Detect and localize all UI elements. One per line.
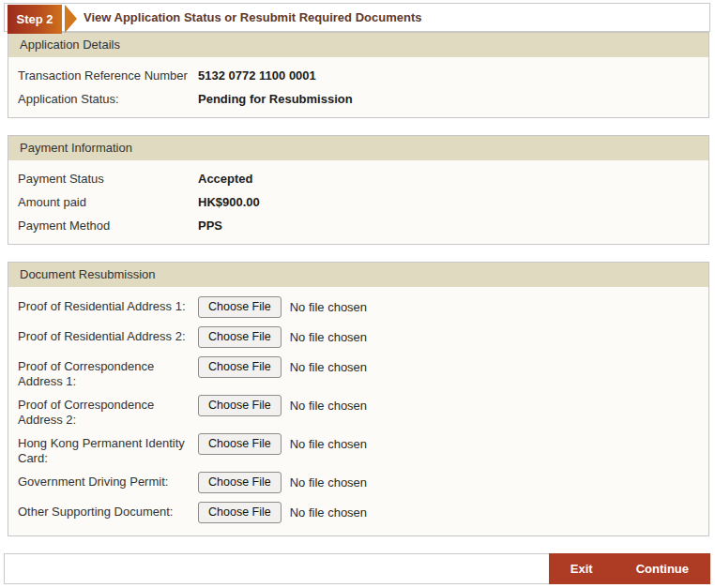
file-upload-row: Proof of Correspondence Address 2: Choos… bbox=[18, 394, 708, 428]
payment-information-header: Payment Information bbox=[8, 136, 708, 160]
file-input-other-supporting-document[interactable]: Choose File No file chosen bbox=[198, 501, 367, 523]
file-status-text: No file chosen bbox=[290, 399, 367, 413]
step-badge-label: Step 2 bbox=[16, 12, 53, 26]
document-resubmission-header: Document Resubmission bbox=[8, 263, 708, 287]
choose-file-button[interactable]: Choose File bbox=[198, 296, 281, 318]
payment-information-body: Payment Status Accepted Amount paid HK$9… bbox=[8, 160, 708, 244]
file-input-residential-address-2[interactable]: Choose File No file chosen bbox=[198, 325, 367, 348]
file-status-text: No file chosen bbox=[290, 330, 367, 344]
choose-file-button[interactable]: Choose File bbox=[198, 433, 281, 455]
document-label: Other Supporting Document: bbox=[18, 501, 198, 520]
payment-status-value: Accepted bbox=[198, 172, 253, 186]
document-label: Proof of Correspondence Address 2: bbox=[18, 394, 198, 428]
continue-button[interactable]: Continue bbox=[615, 553, 710, 584]
step-arrow-icon bbox=[65, 5, 77, 33]
file-input-correspondence-address-1[interactable]: Choose File No file chosen bbox=[198, 355, 367, 378]
info-label: Payment Method bbox=[18, 219, 198, 233]
choose-file-button[interactable]: Choose File bbox=[198, 502, 281, 523]
info-row: Payment Method PPS bbox=[18, 214, 708, 237]
file-input-residential-address-1[interactable]: Choose File No file chosen bbox=[198, 295, 367, 318]
step-badge: Step 2 bbox=[8, 5, 62, 34]
document-label: Government Driving Permit: bbox=[18, 471, 198, 490]
file-status-text: No file chosen bbox=[290, 475, 367, 490]
file-input-correspondence-address-2[interactable]: Choose File No file chosen bbox=[198, 394, 367, 416]
file-status-text: No file chosen bbox=[290, 300, 367, 314]
document-label: Hong Kong Permanent Identity Card: bbox=[18, 432, 198, 466]
info-row: Amount paid HK$900.00 bbox=[18, 190, 708, 214]
application-status-value: Pending for Resubmission bbox=[198, 92, 353, 106]
document-label: Proof of Correspondence Address 1: bbox=[18, 355, 198, 389]
info-row: Transaction Reference Number 5132 0772 1… bbox=[18, 64, 708, 87]
application-details-section: Application Details Transaction Referenc… bbox=[8, 32, 709, 118]
file-input-driving-permit[interactable]: Choose File No file chosen bbox=[198, 471, 367, 493]
info-row: Payment Status Accepted bbox=[18, 167, 708, 190]
choose-file-button[interactable]: Choose File bbox=[198, 472, 281, 493]
file-input-identity-card[interactable]: Choose File No file chosen bbox=[198, 432, 367, 455]
file-status-text: No file chosen bbox=[290, 437, 367, 451]
info-label: Transaction Reference Number bbox=[18, 68, 198, 83]
choose-file-button[interactable]: Choose File bbox=[198, 326, 281, 348]
info-row: Application Status: Pending for Resubmis… bbox=[18, 87, 708, 111]
action-bar: Exit Continue bbox=[4, 553, 710, 584]
document-resubmission-body: Proof of Residential Address 1: Choose F… bbox=[8, 287, 708, 535]
file-upload-row: Government Driving Permit: Choose File N… bbox=[18, 471, 708, 496]
payment-method-value: PPS bbox=[198, 219, 222, 233]
file-status-text: No file chosen bbox=[290, 505, 367, 520]
document-label: Proof of Residential Address 2: bbox=[18, 325, 198, 344]
file-upload-row: Proof of Residential Address 1: Choose F… bbox=[18, 295, 708, 321]
action-button-group: Exit Continue bbox=[549, 553, 710, 584]
application-details-body: Transaction Reference Number 5132 0772 1… bbox=[8, 57, 708, 117]
file-upload-row: Proof of Residential Address 2: Choose F… bbox=[18, 325, 708, 351]
file-upload-row: Other Supporting Document: Choose File N… bbox=[18, 501, 708, 526]
file-upload-row: Hong Kong Permanent Identity Card: Choos… bbox=[18, 432, 708, 466]
page-title: View Application Status or Resubmit Requ… bbox=[84, 4, 421, 32]
exit-button[interactable]: Exit bbox=[549, 553, 615, 584]
choose-file-button[interactable]: Choose File bbox=[198, 395, 281, 416]
application-details-header: Application Details bbox=[8, 33, 708, 57]
info-label: Payment Status bbox=[18, 172, 198, 186]
transaction-reference-value: 5132 0772 1100 0001 bbox=[198, 68, 316, 83]
info-label: Application Status: bbox=[18, 92, 198, 106]
info-label: Amount paid bbox=[18, 195, 198, 209]
amount-paid-value: HK$900.00 bbox=[198, 195, 260, 209]
step-banner: Step 2 View Application Status or Resubm… bbox=[4, 3, 710, 32]
file-upload-row: Proof of Correspondence Address 1: Choos… bbox=[18, 355, 708, 389]
file-status-text: No file chosen bbox=[290, 360, 367, 374]
document-label: Proof of Residential Address 1: bbox=[18, 295, 198, 314]
choose-file-button[interactable]: Choose File bbox=[198, 356, 281, 378]
document-resubmission-section: Document Resubmission Proof of Residenti… bbox=[8, 262, 709, 536]
payment-information-section: Payment Information Payment Status Accep… bbox=[8, 135, 709, 245]
